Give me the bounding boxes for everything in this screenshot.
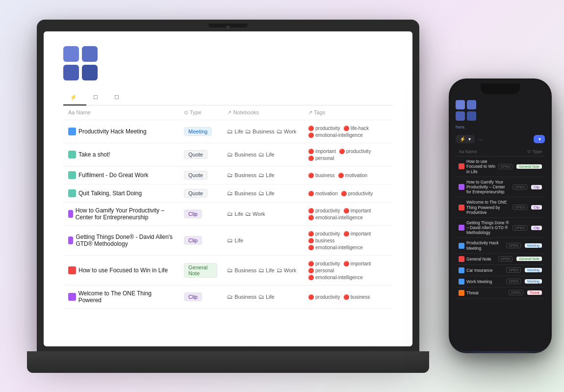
phone-tab-active[interactable]: ⚡ ▾ [456,135,475,143]
cell-name: Productivity Hack Meeting [63,120,179,143]
phone-list-item[interactable]: Car Insurance OPEN Meeting [456,265,545,276]
tag-pill: 🔴 emotional-intelligence [308,245,363,250]
cell-tags: 🔴 productivity 🔴 business [303,285,393,308]
cell-tags: 🔴 important 🔴 productivity 🔴 personal [303,143,393,166]
phone-open-button[interactable]: OPEN [498,256,513,261]
tag-pill: 🔴 emotional-intelligence [308,132,363,138]
type-badge: Clip [184,236,202,245]
phone-open-button[interactable]: OPEN [509,290,523,295]
laptop-screen: ⚡ ☐ ☐ [44,31,412,346]
phone-open-button[interactable]: OPEN [498,164,513,169]
table-row[interactable]: Welcome to The ONE Thing Powered Clip 🗂 … [63,285,393,308]
cell-notebooks: 🗂 Business🗂 Life🗂 Work [222,255,303,285]
phone-open-button[interactable]: OPEN [506,243,521,248]
phone-row-name: Welcome to The ONE Thing Powered by Prod… [466,200,511,215]
notebook-tag: 🗂 Life [258,293,275,300]
archive-icon: ☐ [114,94,119,101]
phone-open-button[interactable]: OPEN [506,279,521,284]
row-type-icon [68,151,76,158]
tag-pill: 🔴 productivity [308,126,340,131]
phone-logo-tile-1 [456,100,465,109]
tag-pill: 🔴 important [308,149,335,154]
phone-type-badge: Clip [531,205,542,209]
type-badge: General Note [184,263,217,278]
cell-type: Quote [179,166,222,184]
tag-pill: 🔴 important [343,261,371,266]
phone-open-button[interactable]: OPEN [506,267,521,273]
phone-row-icon [459,279,464,285]
table-row[interactable]: How to Gamify Your Productivity – Center… [63,202,393,225]
phone-type-badge: Clip [531,185,542,189]
table-row[interactable]: Productivity Hack Meeting Meeting 🗂 Life… [63,120,393,143]
phone-row-icon [459,225,464,231]
tab-archive[interactable]: ☐ [107,90,128,105]
row-type-icon [68,293,76,301]
type-badge: Quote [184,150,207,159]
notebook-tag: 🗂 Work [277,267,296,274]
phone-screen: here. ⚡ ▾ ··· ▾ Aa Name ⊙ [451,80,550,351]
cell-name: How to use Focused to Win in Life [63,255,179,285]
row-type-icon [68,171,76,179]
phone-logo-tile-2 [467,100,476,109]
notebook-tag: 🗂 Life [258,267,275,274]
cell-tags: 🔴 motivation 🔴 productivity [303,184,393,202]
type-badge: Clip [184,292,202,301]
tag-pill: 🔴 emotional-intelligence [308,215,363,220]
col-header-tags: ↗ Tags [303,105,393,120]
table-row[interactable]: Getting Things Done® - David Allen's GTD… [63,225,393,255]
phone-subtitle-link[interactable]: here. [456,125,466,130]
logo-tile-1 [63,46,79,62]
notebook-tag: 🗂 Work [277,128,296,135]
tag-pill: 🔴 productivity [339,149,371,154]
phone-list-item[interactable]: Getting Things Done ® – David Allen's GT… [456,218,545,238]
tag-pill: 🔴 business [308,238,334,243]
cell-type: Meeting [179,120,222,143]
notebook-tag: 🗂 Business [227,267,256,274]
cell-tags: 🔴 business 🔴 motivation [303,166,393,184]
cell-tags: 🔴 productivity 🔴 important 🔴 business 🔴 … [303,225,393,255]
phone-open-button[interactable]: OPEN [513,225,527,231]
phone-list-item[interactable]: Productivity Hack Meeting OPEN Meeting [456,238,545,253]
cell-tags: 🔴 productivity 🔴 important 🔴 personal 🔴 … [303,255,393,285]
tag-pill: 🔴 personal [308,156,334,161]
phone-row-name: How to Gamify Your Productivity – Center… [466,180,511,195]
phone-row-name: How to use Focused to Win in Life [466,159,496,174]
phone-row-icon [459,256,464,262]
notebook-tag: 🗂 Life [227,210,243,217]
tab-active[interactable]: ⚡ [63,90,86,105]
phone-row-icon [459,243,464,249]
notebook-tag: 🗂 Life [258,172,275,179]
table-row[interactable]: Take a shot! Quote 🗂 Business🗂 Life 🔴 im… [63,143,393,166]
cell-type: Clip [179,225,222,255]
cell-notebooks: 🗂 Business🗂 Life [222,184,303,202]
phone-more-options[interactable]: ··· [478,135,484,143]
phone-list-item[interactable]: Work Meeting OPEN Meeting [456,276,545,287]
phone-list-item[interactable]: How to use Focused to Win in Life OPEN G… [456,157,545,177]
tag-pill: 🔴 life-hack [343,126,369,131]
phone-open-button[interactable]: OPEN [513,184,527,190]
phone-type-badge: Clip [531,226,542,230]
row-type-icon [68,236,73,244]
phone-open-button[interactable]: OPEN [513,205,527,210]
tab-inbox[interactable]: ☐ [86,90,107,105]
laptop-base [27,351,429,373]
table-row[interactable]: How to use Focused to Win in Life Genera… [63,255,393,285]
type-badge: Clip [184,209,202,218]
table-row[interactable]: Fulfilment - Do Great Work Quote 🗂 Busin… [63,166,393,184]
row-type-icon [68,189,76,197]
table-row[interactable]: Quit Talking, Start Doing Quote 🗂 Busine… [63,184,393,202]
phone-type-badge: Meeting [525,268,542,272]
tag-pill: 🔴 business [343,294,370,300]
phone-list-item[interactable]: How to Gamify Your Productivity – Center… [456,177,545,198]
phone-table-header: Aa Name ⊙ Type [456,147,545,157]
notebook-tag: 🗂 Business [245,128,275,135]
phone-list-item[interactable]: General Note OPEN General Note [456,254,545,265]
tag-pill: 🔴 motivation [338,173,367,178]
phone-new-button[interactable]: ▾ [534,135,545,143]
phone-list-item[interactable]: Threat OPEN Threat [456,287,545,299]
cell-notebooks: 🗂 Life🗂 Business🗂 Work [222,120,303,143]
notebook-tag: 🗂 Life [227,128,243,135]
phone-list-item[interactable]: Welcome to The ONE Thing Powered by Prod… [456,197,545,218]
cell-tags: 🔴 productivity 🔴 important 🔴 emotional-i… [303,202,393,225]
scene: ⚡ ☐ ☐ [12,10,552,383]
